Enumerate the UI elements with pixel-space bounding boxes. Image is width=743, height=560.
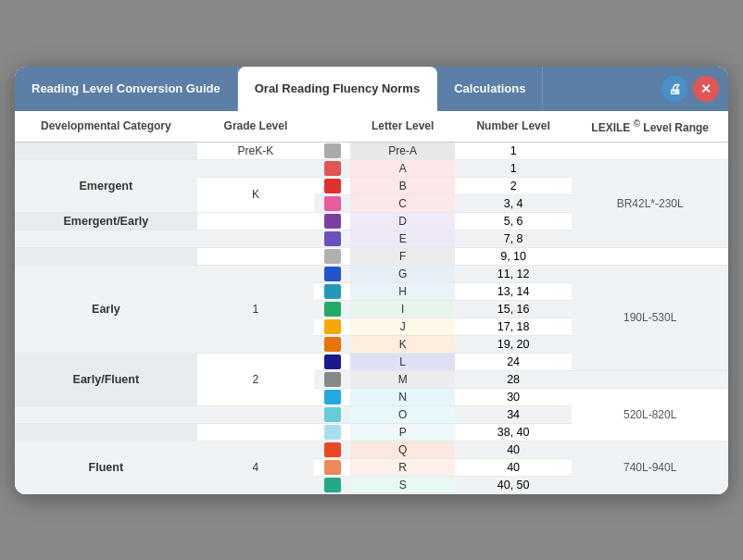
letter-cell: N <box>350 388 454 405</box>
color-swatch <box>324 442 341 457</box>
number-cell: 1 <box>455 159 572 177</box>
letter-cell: A <box>350 159 454 177</box>
color-swatch-cell <box>314 370 350 388</box>
tab-oral-reading[interactable]: Oral Reading Fluency Norms <box>238 67 437 111</box>
number-cell: 40, 50 <box>455 476 572 493</box>
cat-cell <box>15 247 197 265</box>
letter-cell: C <box>350 194 454 212</box>
letter-cell: G <box>350 265 454 282</box>
table-row: F9, 10 <box>15 247 728 265</box>
number-cell: 13, 14 <box>455 282 572 300</box>
letter-cell: S <box>350 476 454 493</box>
header-dev-category: Developmental Category <box>15 111 197 143</box>
table-row: EmergentA1BR42L*-230L <box>15 159 728 177</box>
tab-reading-level[interactable]: Reading Level Conversion Guide <box>15 67 238 111</box>
lexile-cell: 740L-940L <box>572 441 728 493</box>
color-swatch-cell <box>314 212 350 230</box>
header-letter-level: Letter Level <box>350 111 454 143</box>
cat-cell: Emergent/Early <box>15 212 197 230</box>
cat-cell: Early/Fluent <box>15 353 197 405</box>
color-swatch-cell <box>314 230 350 247</box>
color-swatch <box>324 161 341 176</box>
number-cell: 40 <box>455 441 572 458</box>
color-swatch <box>324 196 341 211</box>
letter-cell: D <box>350 212 454 230</box>
grade-cell <box>197 212 314 230</box>
header-color <box>314 111 350 143</box>
grade-cell: 2 <box>197 353 314 405</box>
header-grade-level: Grade Level <box>197 111 314 143</box>
grade-cell <box>197 405 314 423</box>
grade-cell <box>197 247 314 265</box>
tab-bar: Reading Level Conversion Guide Oral Read… <box>15 67 728 111</box>
color-swatch-cell <box>314 405 350 423</box>
number-cell: 28 <box>455 370 572 388</box>
letter-cell: L <box>350 353 454 370</box>
letter-cell: B <box>350 177 454 194</box>
color-swatch-cell <box>314 142 350 159</box>
color-swatch <box>324 249 341 264</box>
close-icon: ✕ <box>700 81 712 96</box>
cat-cell <box>15 230 197 247</box>
lexile-cell <box>572 247 728 265</box>
color-swatch-cell <box>314 159 350 177</box>
color-swatch-cell <box>314 247 350 265</box>
header-lexile-range: LEXILE © Level Range <box>572 111 728 143</box>
color-swatch <box>324 390 341 404</box>
letter-cell: O <box>350 405 454 423</box>
table-header-row: Developmental Category Grade Level Lette… <box>15 111 728 143</box>
close-button[interactable]: ✕ <box>693 76 719 102</box>
lexile-cell: 520L-820L <box>572 388 728 441</box>
number-cell: 11, 12 <box>455 265 572 282</box>
color-swatch <box>324 407 341 422</box>
cat-cell: Early <box>15 265 197 353</box>
main-window: Reading Level Conversion Guide Oral Read… <box>15 67 728 494</box>
tab-calculations[interactable]: Calculations <box>437 67 543 111</box>
print-button[interactable]: 🖨 <box>661 76 687 102</box>
color-swatch-cell <box>314 353 350 370</box>
letter-cell: P <box>350 423 454 441</box>
color-swatch-cell <box>314 300 350 317</box>
color-swatch <box>324 319 341 334</box>
number-cell: 3, 4 <box>455 194 572 212</box>
table-row: Early1G11, 12190L-530L <box>15 265 728 282</box>
color-swatch-cell <box>314 194 350 212</box>
color-swatch <box>324 460 341 475</box>
number-cell: 5, 6 <box>455 212 572 230</box>
color-swatch-cell <box>314 458 350 476</box>
letter-cell: F <box>350 247 454 265</box>
grade-cell: 1 <box>197 265 314 353</box>
cat-cell: Emergent <box>15 159 197 212</box>
header-number-level: Number Level <box>455 111 572 143</box>
grade-cell <box>197 159 314 177</box>
letter-cell: I <box>350 300 454 317</box>
color-swatch-cell <box>314 317 350 335</box>
letter-cell: E <box>350 230 454 247</box>
tab-icons: 🖨 ✕ <box>661 76 728 102</box>
color-swatch <box>324 425 341 440</box>
cat-cell <box>15 405 197 423</box>
cat-cell: Fluent <box>15 441 197 493</box>
color-swatch <box>324 372 341 387</box>
cat-cell <box>15 142 197 159</box>
color-swatch <box>324 267 341 281</box>
cat-cell <box>15 423 197 441</box>
lexile-cell: 190L-530L <box>572 265 728 370</box>
letter-cell: R <box>350 458 454 476</box>
color-swatch-cell <box>314 265 350 282</box>
print-icon: 🖨 <box>668 81 681 96</box>
color-swatch <box>324 179 341 193</box>
color-swatch-cell <box>314 177 350 194</box>
number-cell: 9, 10 <box>455 247 572 265</box>
color-swatch <box>324 231 341 246</box>
number-cell: 2 <box>455 177 572 194</box>
color-swatch <box>324 214 341 229</box>
number-cell: 7, 8 <box>455 230 572 247</box>
table-row: PreK-KPre-A1 <box>15 142 728 159</box>
number-cell: 17, 18 <box>455 317 572 335</box>
number-cell: 38, 40 <box>455 423 572 441</box>
letter-cell: Pre-A <box>350 142 454 159</box>
lexile-cell <box>572 142 728 159</box>
color-swatch <box>324 337 341 352</box>
color-swatch <box>324 143 341 158</box>
